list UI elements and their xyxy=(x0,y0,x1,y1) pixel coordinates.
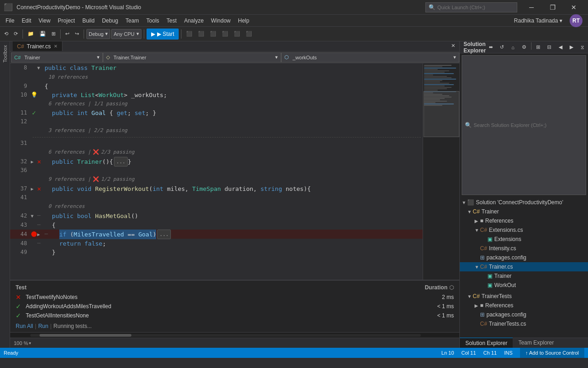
toolbar-btn-4[interactable]: ⬛ xyxy=(220,29,231,40)
tree-trainertests-cs[interactable]: C# TrainerTests.cs xyxy=(460,319,588,328)
tab-solution-explorer[interactable]: Solution Explorer xyxy=(460,338,513,348)
tree-trainer-class[interactable]: ▣ Trainer xyxy=(460,271,588,281)
breakpoint-icon xyxy=(31,231,37,237)
expand-icon-32[interactable]: ▶ xyxy=(31,159,34,164)
minimize-button[interactable]: ─ xyxy=(521,0,542,15)
menu-tools[interactable]: Tools xyxy=(143,15,163,27)
se-collapse-button[interactable]: ⊟ xyxy=(544,42,554,52)
toolbox-tab[interactable]: Toolbox xyxy=(0,41,10,66)
h-scrollbar-thumb[interactable] xyxy=(40,334,131,337)
tab-trainer-cs[interactable]: C# Trainer.cs ✕ xyxy=(12,41,62,51)
line-number: 36 xyxy=(10,166,31,175)
se-filter-button[interactable]: ⧖ xyxy=(577,42,588,52)
open-button[interactable]: 📁 xyxy=(25,29,36,40)
editor-close-button[interactable]: ✕ xyxy=(449,41,458,51)
start-button[interactable]: ▶ ▶ Start xyxy=(147,29,179,40)
se-refresh-button[interactable]: ↺ xyxy=(497,42,507,52)
tree-trainer-cs[interactable]: ▼ C# Trainer.cs xyxy=(460,262,588,271)
se-forward-button[interactable]: ▶ xyxy=(566,42,577,52)
se-settings-button[interactable]: ⚙ xyxy=(519,42,529,52)
tree-solution[interactable]: ▼ ⬛ Solution 'ConnectProductivityDemo' xyxy=(460,198,588,207)
tree-references-2[interactable]: ▶ ■ References xyxy=(460,301,588,310)
trainer-class-arrow-icon xyxy=(482,274,487,279)
undo-button[interactable]: ↩ xyxy=(63,29,72,40)
trainertests-arrow-icon: ▼ xyxy=(467,294,473,299)
menu-test[interactable]: Test xyxy=(163,15,181,27)
test-col-header: Test xyxy=(16,284,425,291)
restore-button[interactable]: ❐ xyxy=(542,0,563,15)
menu-window[interactable]: Window xyxy=(207,15,234,27)
menu-edit[interactable]: Edit xyxy=(18,15,35,27)
ref-hint-42: 0 references xyxy=(45,202,85,211)
line-number: 8 xyxy=(10,63,31,72)
tree-workout-class[interactable]: ▣ WorkOut xyxy=(460,281,588,290)
tree-packages-config-2[interactable]: ⊞ packages.config xyxy=(460,310,588,319)
se-controls: ⬌ ↺ ⌂ ⚙ ⊞ ⊟ ◀ ▶ ⧖ 📌 ✕ xyxy=(486,42,588,52)
menu-file[interactable]: File xyxy=(2,15,18,27)
add-to-source-control-button[interactable]: ↑ Add to Source Control xyxy=(520,348,584,358)
save-button[interactable]: 💾 xyxy=(37,29,48,40)
external-link-icon[interactable]: ⬡ xyxy=(449,284,454,291)
close-button[interactable]: ✕ xyxy=(563,0,584,15)
tree-extensions-cs[interactable]: ▼ C# Extensions.cs xyxy=(460,225,588,235)
run-button[interactable]: Run xyxy=(38,323,48,329)
expand-icon-44[interactable]: ▶ xyxy=(37,232,40,237)
se-expand-button[interactable]: ⊞ xyxy=(533,42,543,52)
field-dropdown[interactable]: ⬡ _workOuts ▾ xyxy=(281,52,459,63)
se-header: Solution Explorer ⬌ ↺ ⌂ ⚙ ⊞ ⊟ ◀ ▶ ⧖ 📌 ✕ xyxy=(460,41,588,53)
h-scrollbar[interactable] xyxy=(10,332,459,338)
tree-intensity-cs[interactable]: C# Intensity.cs xyxy=(460,244,588,253)
debug-mode-dropdown[interactable]: Debug ▾ xyxy=(86,29,110,39)
expand-icon-37[interactable]: ▶ xyxy=(31,186,34,191)
se-search-bar: 🔍 xyxy=(462,55,586,195)
menu-team[interactable]: Team xyxy=(122,15,142,27)
tree-extensions-class[interactable]: ▣ Extensions xyxy=(460,235,588,244)
code-editor[interactable]: 8 ▼ public class Trainer 10 references 9 xyxy=(10,63,423,280)
menu-project[interactable]: Project xyxy=(54,15,79,27)
tree-trainertests-project[interactable]: ▼ C# TrainerTests xyxy=(460,292,588,301)
minus-icon-43: ─ xyxy=(37,222,40,228)
window-controls: ─ ❐ ✕ xyxy=(521,0,584,15)
collapse-icon[interactable]: ▼ xyxy=(37,63,45,72)
save-all-button[interactable]: ⊞ xyxy=(49,29,58,40)
line-number: 48 xyxy=(10,239,31,248)
toolbar-btn-5[interactable]: ⬛ xyxy=(232,29,243,40)
test-row-2: ✓ AddingWorkoutAddsMilesTravelled < 1 ms xyxy=(16,302,454,311)
h-scrollbar-track[interactable] xyxy=(30,334,421,337)
menu-help[interactable]: Help xyxy=(234,15,253,27)
menu-debug[interactable]: Debug xyxy=(98,15,122,27)
running-status: Running tests... xyxy=(53,323,91,329)
toolbar-btn-6[interactable]: ⬛ xyxy=(243,29,254,40)
menu-bar: File Edit View Project Build Debug Team … xyxy=(0,15,588,27)
class-dropdown[interactable]: C# Trainer ▾ xyxy=(11,52,103,63)
se-home-button[interactable]: ⌂ xyxy=(508,42,518,52)
tree-trainer-project[interactable]: ▼ C# Trainer xyxy=(460,207,588,216)
ref-hint-8: 10 references xyxy=(45,73,88,81)
toolbar-btn-3[interactable]: ⬛ xyxy=(208,29,219,40)
quick-launch-bar[interactable]: 🔍 xyxy=(425,2,517,12)
collapse-icon-42[interactable]: ▼ xyxy=(31,213,34,218)
se-search-input[interactable] xyxy=(474,122,583,128)
line-number: 11 xyxy=(10,109,31,117)
user-avatar[interactable]: RT xyxy=(570,14,582,27)
tab-close-icon[interactable]: ✕ xyxy=(54,44,57,49)
tree-packages-config[interactable]: ⊞ packages.config xyxy=(460,253,588,262)
platform-dropdown[interactable]: Any CPU ▾ xyxy=(111,29,141,39)
tree-references-1[interactable]: ▶ ■ References xyxy=(460,216,588,225)
menu-analyze[interactable]: Analyze xyxy=(181,15,208,27)
se-back-button[interactable]: ◀ xyxy=(555,42,565,52)
member-dropdown[interactable]: ◇ Trainer.Trainer ▾ xyxy=(103,52,281,63)
quick-launch-input[interactable] xyxy=(437,5,514,10)
menu-view[interactable]: View xyxy=(35,15,54,27)
tab-team-explorer[interactable]: Team Explorer xyxy=(513,338,559,348)
run-all-button[interactable]: Run All xyxy=(16,323,33,329)
code-line-42: public bool HasMetGoal() xyxy=(45,212,138,220)
se-sync-button[interactable]: ⬌ xyxy=(486,42,496,52)
redo-button[interactable]: ↪ xyxy=(73,29,81,40)
nav-back-button[interactable]: ⟲ xyxy=(2,29,11,40)
menu-build[interactable]: Build xyxy=(79,15,98,27)
nav-forward-button[interactable]: ⟳ xyxy=(11,29,20,40)
toolbar-btn-1[interactable]: ⬛ xyxy=(184,29,195,40)
zoom-dropdown[interactable]: 100 % ▾ xyxy=(14,340,31,346)
toolbar-btn-2[interactable]: ⬛ xyxy=(196,29,207,40)
